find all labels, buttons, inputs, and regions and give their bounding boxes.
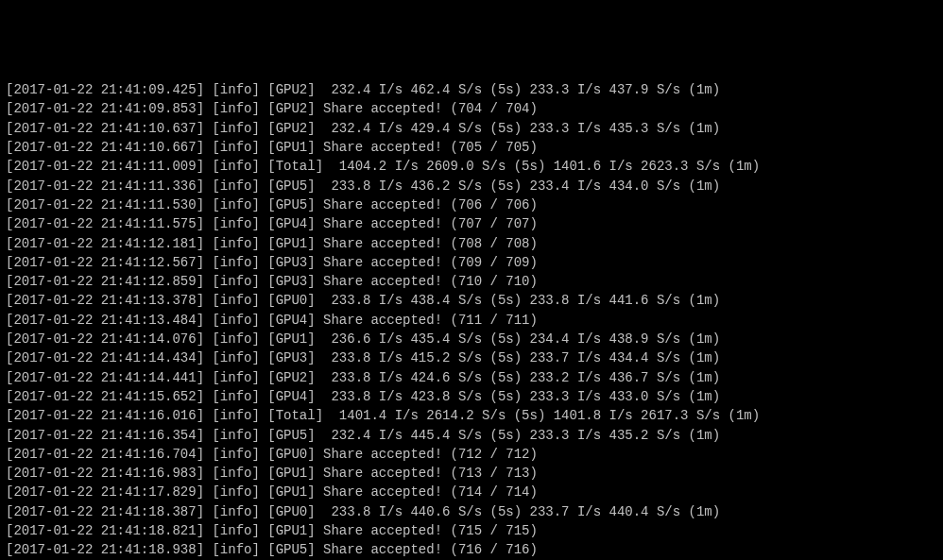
log-line: [2017-01-22 21:41:10.637] [info] [GPU2] … (6, 119, 937, 138)
log-line: [2017-01-22 21:41:18.938] [info] [GPU5] … (6, 540, 937, 559)
log-line: [2017-01-22 21:41:14.076] [info] [GPU1] … (6, 330, 937, 348)
terminal-output: [2017-01-22 21:41:09.425] [info] [GPU2] … (6, 80, 937, 560)
log-line: [2017-01-22 21:41:16.016] [info] [Total]… (6, 406, 937, 425)
log-line: [2017-01-22 21:41:16.983] [info] [GPU1] … (6, 464, 937, 483)
log-line: [2017-01-22 21:41:09.853] [info] [GPU2] … (6, 99, 937, 118)
log-line: [2017-01-22 21:41:13.378] [info] [GPU0] … (6, 291, 937, 310)
log-line: [2017-01-22 21:41:11.009] [info] [Total]… (6, 157, 937, 176)
log-line: [2017-01-22 21:41:12.567] [info] [GPU3] … (6, 253, 937, 272)
log-line: [2017-01-22 21:41:09.425] [info] [GPU2] … (6, 80, 937, 99)
log-line: [2017-01-22 21:41:11.336] [info] [GPU5] … (6, 177, 937, 195)
log-line: [2017-01-22 21:41:13.484] [info] [GPU4] … (6, 311, 937, 330)
log-line: [2017-01-22 21:41:12.859] [info] [GPU3] … (6, 272, 937, 291)
log-line: [2017-01-22 21:41:11.530] [info] [GPU5] … (6, 195, 937, 214)
log-line: [2017-01-22 21:41:11.575] [info] [GPU4] … (6, 214, 937, 233)
log-line: [2017-01-22 21:41:10.667] [info] [GPU1] … (6, 138, 937, 157)
log-line: [2017-01-22 21:41:18.387] [info] [GPU0] … (6, 502, 937, 521)
log-line: [2017-01-22 21:41:12.181] [info] [GPU1] … (6, 234, 937, 253)
log-line: [2017-01-22 21:41:16.354] [info] [GPU5] … (6, 426, 937, 445)
log-line: [2017-01-22 21:41:16.704] [info] [GPU0] … (6, 445, 937, 464)
log-line: [2017-01-22 21:41:15.652] [info] [GPU4] … (6, 387, 937, 406)
log-line: [2017-01-22 21:41:14.441] [info] [GPU2] … (6, 368, 937, 387)
log-line: [2017-01-22 21:41:18.821] [info] [GPU1] … (6, 521, 937, 540)
log-line: [2017-01-22 21:41:14.434] [info] [GPU3] … (6, 348, 937, 367)
log-line: [2017-01-22 21:41:17.829] [info] [GPU1] … (6, 483, 937, 501)
